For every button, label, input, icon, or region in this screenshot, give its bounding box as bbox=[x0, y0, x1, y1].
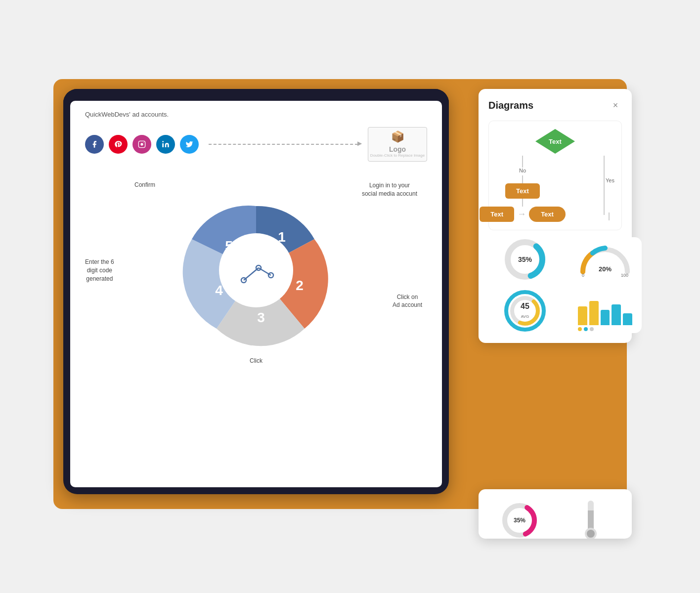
pie-label-login: Login in to yoursocial media acocunt bbox=[362, 181, 417, 198]
pie-label-click-ad: Click onAd account bbox=[393, 293, 422, 310]
donut-chart-35: 35% bbox=[488, 237, 562, 282]
diagrams-header: Diagrams × bbox=[488, 99, 622, 112]
dashed-arrow bbox=[209, 144, 358, 145]
gauge-label-20: 20% bbox=[599, 265, 612, 273]
linkedin-icon[interactable] bbox=[156, 135, 175, 154]
gauge-max: 100 bbox=[621, 273, 628, 278]
svg-text:4: 4 bbox=[215, 283, 223, 298]
legend-item-blue bbox=[584, 327, 588, 331]
logo-icon: 📦 bbox=[391, 130, 404, 143]
donut-label-35: 35% bbox=[518, 255, 532, 263]
diagrams-panel: Diagrams × Text No Text Text bbox=[479, 89, 632, 343]
bar-4 bbox=[612, 304, 621, 325]
bar-5 bbox=[623, 313, 632, 326]
donut-wrapper: 35% bbox=[503, 237, 547, 282]
gauge-min: 0 bbox=[582, 273, 584, 278]
legend-dot-blue bbox=[584, 327, 588, 331]
social-icons-row: 📦 Logo Double-Click to Replace Image bbox=[85, 127, 427, 162]
twitter-icon[interactable] bbox=[180, 135, 199, 154]
svg-text:2: 2 bbox=[296, 278, 304, 293]
flow-diamond: Text bbox=[535, 129, 575, 154]
bottom-charts-grid: 35% bbox=[487, 498, 623, 539]
bar-2 bbox=[589, 301, 599, 325]
facebook-icon[interactable] bbox=[85, 135, 104, 154]
ring-chart: 45 AVG bbox=[488, 289, 562, 333]
bar-chart-wrapper bbox=[578, 291, 632, 331]
instagram-icon[interactable] bbox=[132, 135, 151, 154]
legend-item-yellow bbox=[578, 327, 582, 331]
pink-donut-wrapper: 35% bbox=[500, 501, 539, 539]
close-button[interactable]: × bbox=[609, 99, 622, 112]
bar-1 bbox=[578, 306, 587, 326]
pie-label-click: Click bbox=[250, 357, 262, 364]
svg-rect-22 bbox=[588, 510, 594, 530]
legend-dot-gray bbox=[590, 327, 594, 331]
svg-point-2 bbox=[162, 141, 164, 142]
flowchart-container: Text No Text Text → Text bbox=[488, 121, 622, 230]
ring-unit: AVG bbox=[521, 314, 529, 319]
bar-3 bbox=[601, 310, 610, 326]
no-label: No bbox=[519, 168, 526, 173]
yes-label: Yes bbox=[606, 177, 614, 183]
svg-text:3: 3 bbox=[257, 310, 265, 325]
ring-wrapper: 45 AVG bbox=[503, 289, 547, 333]
ring-number: 45 bbox=[521, 302, 529, 311]
tablet-device: QuickWebDevs' ad accounts. bbox=[63, 89, 449, 494]
bar-legend bbox=[578, 327, 632, 331]
flow-box1[interactable]: Text bbox=[505, 183, 540, 199]
bar-chart-inner bbox=[578, 291, 632, 325]
pie-chart-svg: 1 2 3 4 5 bbox=[177, 191, 335, 349]
logo-text: Logo bbox=[389, 145, 406, 153]
flow-box2[interactable]: Text bbox=[480, 207, 514, 222]
logo-placeholder[interactable]: 📦 Logo Double-Click to Replace Image bbox=[368, 127, 427, 162]
tablet-screen: QuickWebDevs' ad accounts. bbox=[70, 101, 442, 487]
bar-chart bbox=[569, 289, 642, 333]
gauge-chart: 20% 0 100 bbox=[569, 237, 642, 282]
pie-label-enter-code: Enter the 6digit codegenerated bbox=[85, 258, 114, 283]
ring-center: 45 AVG bbox=[521, 302, 529, 320]
pie-label-confirm: Confirm bbox=[134, 181, 155, 188]
pinterest-icon[interactable] bbox=[109, 135, 128, 154]
pink-donut-label: 35% bbox=[514, 517, 525, 524]
pink-donut-chart: 35% bbox=[487, 498, 552, 539]
gauge-wrapper: 20% 0 100 bbox=[578, 242, 632, 277]
tablet-content: QuickWebDevs' ad accounts. bbox=[70, 101, 442, 464]
legend-item-gray bbox=[590, 327, 594, 331]
ad-accounts-text: QuickWebDevs' ad accounts. bbox=[85, 111, 427, 118]
svg-point-24 bbox=[587, 530, 595, 538]
charts-grid: 35% 20% 0 bbox=[488, 237, 642, 333]
charts-panel: 35% 20% 0 bbox=[488, 237, 642, 333]
diagrams-title: Diagrams bbox=[488, 100, 533, 111]
pie-chart-area: Confirm Login in to yoursocial media aco… bbox=[85, 176, 427, 364]
logo-subtext: Double-Click to Replace Image bbox=[370, 153, 425, 158]
thermometer-chart bbox=[559, 498, 623, 539]
legend-dot-yellow bbox=[578, 327, 582, 331]
flow-box3[interactable]: Text bbox=[529, 207, 566, 222]
bottom-charts-panel: 35% bbox=[479, 489, 632, 539]
